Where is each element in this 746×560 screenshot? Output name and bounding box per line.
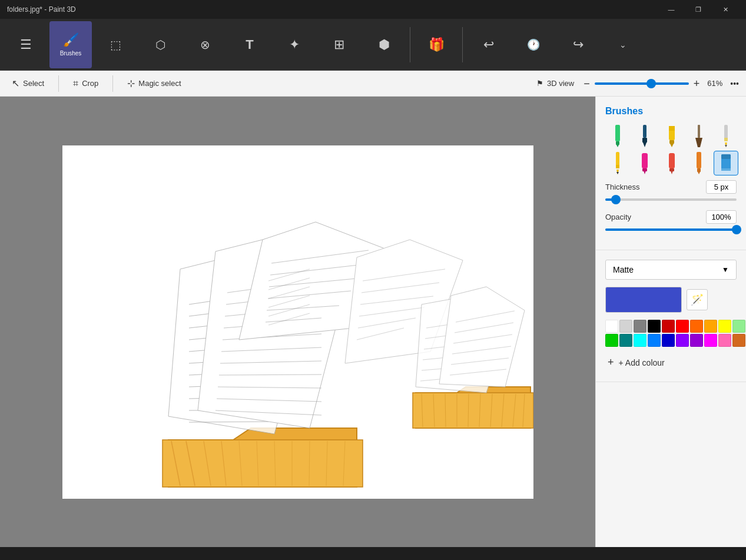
zoom-more-button[interactable]: •••: [730, 79, 739, 88]
3d-view-button[interactable]: ⚑ 3D view: [532, 77, 579, 90]
color-magenta[interactable]: [704, 334, 717, 347]
3d-view-label: 3D view: [547, 79, 574, 88]
effects-button[interactable]: ✦: [273, 21, 316, 68]
finish-label: Matte: [613, 265, 634, 274]
more-button[interactable]: ⌄: [602, 21, 644, 68]
history-button[interactable]: 🕐: [512, 21, 555, 68]
brush-marker-green[interactable]: [605, 124, 630, 148]
brush-crayon[interactable]: [659, 124, 684, 148]
selected-color-swatch[interactable]: [605, 287, 682, 313]
color-red[interactable]: [676, 320, 689, 333]
select-label: Select: [23, 79, 44, 88]
canvas[interactable]: [62, 145, 533, 499]
crop-label: Crop: [82, 79, 98, 88]
select2d-icon: ⬚: [110, 38, 121, 52]
toolbar-divider-2: [462, 27, 463, 62]
zoom-thumb[interactable]: [646, 79, 656, 88]
finish-dropdown[interactable]: Matte ▼: [605, 260, 737, 280]
shapes3d-icon: ⬡: [155, 38, 165, 52]
main-content: Brushes: [0, 97, 746, 547]
brushes-tool-button[interactable]: 🖌️ Brushes: [49, 21, 92, 68]
svg-rect-100: [697, 152, 701, 168]
menu-button[interactable]: ☰: [5, 21, 47, 68]
zoom-out-button[interactable]: −: [583, 78, 590, 89]
color-pink[interactable]: [718, 334, 731, 347]
share-button[interactable]: 🎁: [415, 21, 457, 68]
mixed-reality-button[interactable]: ⬢: [363, 21, 405, 68]
opacity-thumb[interactable]: [732, 225, 741, 234]
brush-marker-red[interactable]: [659, 151, 684, 175]
brush-pen-dark[interactable]: [632, 124, 657, 148]
svg-rect-75: [616, 141, 619, 145]
select-button[interactable]: ↖ Select: [7, 75, 49, 91]
minimize-button[interactable]: —: [658, 0, 685, 19]
svg-rect-84: [698, 125, 700, 138]
main-toolbar: ☰ 🖌️ Brushes ⬚ ⬡ ⊗ T ✦ ⊞ ⬢ 🎁 ↩ �: [0, 19, 746, 71]
brush-marker-pink[interactable]: [632, 151, 657, 175]
canvas-area[interactable]: [0, 97, 595, 547]
svg-rect-105: [721, 168, 731, 171]
add-color-plus-icon: +: [608, 356, 614, 369]
close-button[interactable]: ✕: [712, 0, 739, 19]
brush-eraser[interactable]: [714, 151, 738, 175]
svg-marker-99: [671, 171, 673, 174]
color-amber[interactable]: [704, 320, 717, 333]
color-navy[interactable]: [662, 334, 675, 347]
add-color-button[interactable]: + + Add colour: [605, 353, 737, 372]
svg-rect-94: [642, 153, 648, 168]
zoom-slider[interactable]: [595, 82, 689, 85]
toolbar-divider: [410, 27, 410, 62]
opacity-row: Opacity 100%: [605, 210, 737, 224]
svg-rect-77: [643, 125, 646, 138]
thickness-slider[interactable]: [605, 198, 737, 201]
svg-marker-76: [616, 145, 619, 147]
more-icon: ⌄: [619, 40, 626, 49]
color-orange[interactable]: [690, 320, 703, 333]
brushes-section: Brushes: [596, 97, 746, 250]
color-violet[interactable]: [690, 334, 703, 347]
color-black[interactable]: [648, 320, 661, 333]
brush-calligraphy[interactable]: [687, 124, 711, 148]
titlebar-title: folders.jpg* - Paint 3D: [7, 5, 658, 14]
select-icon: ↖: [12, 78, 19, 89]
maximize-button[interactable]: ❐: [685, 0, 712, 19]
color-green[interactable]: [605, 334, 618, 347]
svg-marker-79: [643, 143, 646, 147]
color-teal[interactable]: [619, 334, 632, 347]
finish-chevron-icon: ▼: [722, 266, 729, 274]
svg-marker-83: [670, 144, 674, 147]
brush-pen-orange[interactable]: [687, 151, 711, 175]
shapes3d-button[interactable]: ⬡: [139, 21, 181, 68]
color-light-gray[interactable]: [619, 320, 632, 333]
color-yellow[interactable]: [718, 320, 731, 333]
color-brown[interactable]: [732, 334, 745, 347]
crop-resize-button[interactable]: ⊞: [318, 21, 360, 68]
titlebar-controls: — ❐ ✕: [658, 0, 739, 19]
undo-button[interactable]: ↩: [468, 21, 510, 68]
eyedropper-button[interactable]: 🪄: [687, 289, 708, 310]
color-gray[interactable]: [634, 320, 646, 333]
opacity-label: Opacity: [605, 213, 631, 221]
sticker-button[interactable]: ⊗: [184, 21, 226, 68]
opacity-slider[interactable]: [605, 228, 737, 231]
color-cyan[interactable]: [634, 334, 646, 347]
select2d-button[interactable]: ⬚: [94, 21, 137, 68]
svg-rect-101: [697, 168, 701, 172]
color-purple[interactable]: [676, 334, 689, 347]
color-dark-red[interactable]: [662, 320, 675, 333]
thickness-thumb[interactable]: [611, 195, 621, 204]
color-blue[interactable]: [648, 334, 661, 347]
text-button[interactable]: T: [228, 21, 271, 68]
color-white[interactable]: [605, 320, 618, 333]
brush-pencil-light[interactable]: [714, 124, 738, 148]
color-lime[interactable]: [732, 320, 745, 333]
brush-grid: [605, 124, 737, 175]
brush-pencil-dark[interactable]: [605, 151, 630, 175]
svg-marker-85: [695, 138, 702, 147]
svg-marker-102: [698, 172, 700, 174]
magic-select-button[interactable]: ⊹ Magic select: [122, 75, 185, 91]
redo-button[interactable]: ↪: [557, 21, 599, 68]
zoom-in-button[interactable]: +: [694, 78, 700, 89]
mixed-reality-icon: ⬢: [379, 37, 390, 52]
crop-button[interactable]: ⌗ Crop: [68, 76, 103, 91]
